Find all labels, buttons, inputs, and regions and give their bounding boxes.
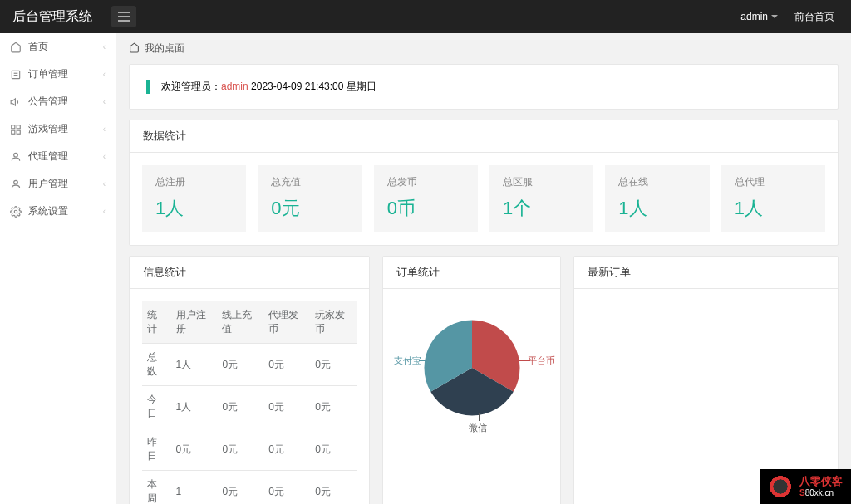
table-cell: 0元 [263,471,310,505]
watermark: 八零侠客 S80xk.cn [760,469,851,504]
stat-value: 1人 [618,196,696,221]
welcome-prefix: 欢迎管理员： [161,81,221,92]
svg-point-10 [14,210,17,213]
sidebar-label: 用户管理 [28,177,68,191]
welcome-message: 欢迎管理员：admin 2023-04-09 21:43:00 星期日 [146,80,821,94]
table-cell: 本周 [142,471,171,505]
table-cell: 总数 [142,344,171,386]
watermark-subtitle: S80xk.cn [799,488,843,498]
sidebar-item-announcements[interactable]: 公告管理 ‹ [0,88,116,115]
stat-card-recharge: 总充值 0元 [258,165,362,232]
table-header: 代理发币 [263,301,310,344]
table-row: 昨日0元0元0元0元 [142,428,357,471]
table-cell: 1 [171,471,218,505]
table-cell: 0元 [263,386,310,428]
table-cell: 0元 [263,344,310,386]
stat-value: 1人 [735,196,812,221]
latest-orders-title: 最新订单 [574,257,838,289]
order-stats-panel: 订单统计 支付宝 平台币 [382,256,561,504]
pie-chart: 支付宝 平台币 微信 [422,318,522,418]
sidebar-item-agents[interactable]: 代理管理 ‹ [0,143,116,170]
sidebar-label: 订单管理 [28,67,68,81]
sidebar-label: 游戏管理 [28,122,68,136]
watermark-logo-icon [768,474,793,499]
breadcrumb-title: 我的桌面 [145,42,184,56]
stats-cards-row: 总注册 1人 总充值 0元 总发币 0币 总区服 1个 [142,165,825,232]
table-cell: 1人 [171,386,218,428]
menu-toggle-button[interactable] [111,6,136,27]
user-icon [10,179,22,190]
chevron-left-icon: ‹ [103,42,106,51]
top-navbar: 后台管理系统 admin 前台首页 [0,0,851,33]
sidebar: 首页 ‹ 订单管理 ‹ 公告管理 ‹ [0,33,116,504]
sidebar-item-users[interactable]: 用户管理 ‹ [0,170,116,198]
table-cell: 0元 [310,344,357,386]
chevron-left-icon: ‹ [103,125,106,134]
latest-orders-panel: 最新订单 [573,256,839,504]
info-stats-panel: 信息统计 统计 用户注册 线上充值 代理发币 玩家发币 总数1人 [129,256,370,504]
chevron-left-icon: ‹ [103,70,106,79]
brand-title: 后台管理系统 [0,8,105,26]
svg-point-8 [14,153,18,157]
table-cell: 0元 [310,471,357,505]
svg-rect-7 [17,130,20,134]
stat-card-register: 总注册 1人 [142,165,246,232]
svg-rect-5 [17,125,20,128]
table-cell: 昨日 [142,428,171,471]
user-dropdown[interactable]: admin [740,11,778,22]
legend-connector [479,413,480,421]
user-name: admin [740,11,768,22]
info-stats-table: 统计 用户注册 线上充值 代理发币 玩家发币 总数1人0元0元0元今日1人0元0… [142,301,357,504]
sidebar-item-games[interactable]: 游戏管理 ‹ [0,115,116,143]
frontend-link[interactable]: 前台首页 [794,10,834,24]
sidebar-label: 系统设置 [28,204,68,218]
info-stats-title: 信息统计 [130,257,369,289]
chevron-left-icon: ‹ [103,97,106,106]
sidebar-item-home[interactable]: 首页 ‹ [0,33,116,61]
svg-rect-6 [12,130,15,134]
watermark-title: 八零侠客 [799,475,843,488]
table-header: 线上充值 [217,301,263,344]
table-cell: 0元 [217,428,263,471]
stat-label: 总充值 [271,175,348,189]
table-header: 统计 [142,301,171,344]
hamburger-icon [118,12,130,22]
stat-label: 总注册 [155,175,233,189]
table-cell: 0元 [217,386,263,428]
stat-value: 0元 [271,196,348,221]
sidebar-item-system[interactable]: 系统设置 ‹ [0,198,116,225]
data-stats-title: 数据统计 [130,120,838,153]
table-row: 本周10元0元0元 [142,471,357,505]
stat-value: 1人 [155,196,233,221]
stat-label: 总区服 [503,175,580,189]
sidebar-item-orders[interactable]: 订单管理 ‹ [0,61,116,88]
navbar-left: 后台管理系统 [0,6,136,27]
table-cell: 1人 [171,344,218,386]
sidebar-label: 代理管理 [28,149,68,164]
pie-legend-alipay: 支付宝 [394,355,421,367]
table-row: 今日1人0元0元0元 [142,386,357,428]
table-row: 总数1人0元0元0元 [142,344,357,386]
table-cell: 0元 [217,471,263,505]
stat-value: 0币 [387,196,465,221]
svg-point-9 [14,180,18,184]
stat-card-online: 总在线 1人 [605,165,709,232]
pie-legend-platform: 平台币 [528,355,555,367]
pie-legend-wechat: 微信 [469,422,487,434]
table-cell: 今日 [142,386,171,428]
svg-rect-4 [12,125,15,128]
table-header: 用户注册 [171,301,218,344]
order-stats-title: 订单统计 [383,257,560,289]
chevron-left-icon: ‹ [103,179,106,188]
chevron-left-icon: ‹ [103,152,106,161]
home-icon [10,42,22,53]
stat-card-coins: 总发币 0币 [374,165,478,232]
chevron-left-icon: ‹ [103,207,106,216]
stat-card-servers: 总区服 1个 [489,165,593,232]
stat-label: 总代理 [735,175,812,189]
table-cell: 0元 [171,428,218,471]
data-stats-panel: 数据统计 总注册 1人 总充值 0元 总发币 0币 [129,120,839,246]
welcome-admin: admin [221,81,248,92]
chevron-down-icon [771,15,778,18]
gear-icon [10,206,22,218]
